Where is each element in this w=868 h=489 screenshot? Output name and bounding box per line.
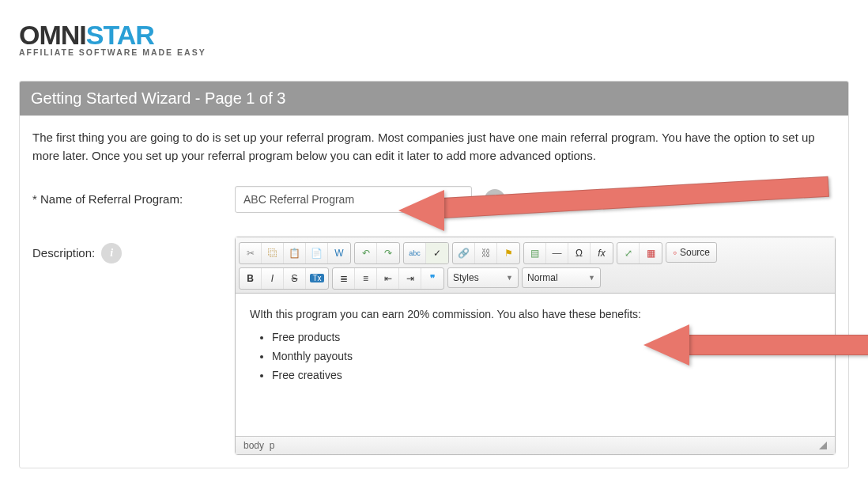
numbered-list-button[interactable]: ≡	[355, 268, 377, 289]
redo-button[interactable]: ↷	[377, 243, 399, 263]
chevron-down-icon: ▼	[506, 274, 513, 282]
image-button[interactable]: ▤	[524, 243, 546, 263]
info-icon[interactable]: i	[485, 189, 505, 210]
italic-button[interactable]: I	[262, 268, 284, 289]
editor-footer: body p	[236, 436, 835, 454]
info-icon[interactable]: i	[101, 243, 122, 263]
paste-word-button[interactable]: W	[328, 243, 350, 263]
spellcheck-auto-button[interactable]: ✓	[426, 243, 448, 263]
list-item: Free products	[272, 329, 821, 346]
logo-tagline: AFFILIATE SOFTWARE MADE EASY	[19, 47, 849, 57]
source-label: Source	[680, 247, 710, 258]
logo-accent: STAR	[86, 20, 154, 50]
unlink-button[interactable]: ⛓	[475, 243, 497, 263]
blockquote-button[interactable]: ❞	[421, 268, 443, 289]
list-item: Monthly payouts	[272, 348, 821, 365]
strike-button[interactable]: S	[284, 268, 306, 289]
paste-text-button[interactable]: 📄	[306, 243, 328, 263]
source-icon: ◦	[673, 246, 677, 259]
maximize-button[interactable]: ⤢	[617, 243, 640, 263]
program-name-input[interactable]	[235, 186, 472, 213]
bold-button[interactable]: B	[240, 268, 262, 289]
description-row: Description: i ✂ ⿻ 📋 📄	[32, 237, 836, 455]
format-select-label: Normal	[527, 272, 558, 283]
editor-bullet-list: Free products Monthly payouts Free creat…	[272, 329, 821, 384]
card-title: Getting Started Wizard - Page 1 of 3	[20, 82, 848, 116]
editor-content-area[interactable]: WIth this program you can earn 20% commi…	[236, 294, 835, 436]
format-select[interactable]: Normal ▼	[522, 267, 601, 288]
outdent-button[interactable]: ⇤	[377, 268, 399, 289]
styles-select-label: Styles	[453, 272, 479, 283]
link-button[interactable]: 🔗	[453, 243, 475, 263]
wizard-card: Getting Started Wizard - Page 1 of 3 The…	[19, 81, 849, 468]
description-label-text: Description:	[32, 246, 95, 260]
showblocks-button[interactable]: ▦	[640, 243, 662, 263]
remove-format-button[interactable]: Tx	[306, 268, 328, 289]
brand-logo: OMNISTAR AFFILIATE SOFTWARE MADE EASY	[19, 8, 849, 81]
bulleted-list-button[interactable]: ≣	[333, 268, 355, 289]
paste-button[interactable]: 📋	[284, 243, 306, 263]
source-button[interactable]: ◦ Source	[666, 242, 717, 263]
hr-button[interactable]: —	[546, 243, 568, 263]
cut-button[interactable]: ✂	[240, 243, 262, 263]
logo-main: OMNI	[19, 20, 86, 50]
resize-handle[interactable]	[819, 442, 827, 449]
styles-select[interactable]: Styles ▼	[447, 267, 519, 288]
indent-button[interactable]: ⇥	[399, 268, 421, 289]
list-item: Free creatives	[272, 367, 821, 384]
name-label: * Name of Referral Program:	[32, 186, 235, 206]
chevron-down-icon: ▼	[588, 274, 595, 282]
spellcheck-button[interactable]: abc	[404, 243, 426, 263]
math-button[interactable]: fx	[591, 243, 613, 263]
anchor-button[interactable]: ⚑	[497, 243, 519, 263]
element-path[interactable]: body p	[243, 440, 274, 451]
specialchar-button[interactable]: Ω	[568, 243, 591, 263]
editor-intro-line: WIth this program you can earn 20% commi…	[250, 306, 821, 323]
copy-button[interactable]: ⿻	[262, 243, 284, 263]
name-row: * Name of Referral Program: i	[32, 186, 836, 213]
rich-text-editor: ✂ ⿻ 📋 📄 W ↶ ↷	[235, 237, 836, 455]
editor-toolbar: ✂ ⿻ 📋 📄 W ↶ ↷	[236, 237, 835, 294]
description-label: Description: i	[32, 237, 235, 263]
undo-button[interactable]: ↶	[355, 243, 377, 263]
intro-text: The first thing you are going to do is s…	[32, 128, 836, 165]
